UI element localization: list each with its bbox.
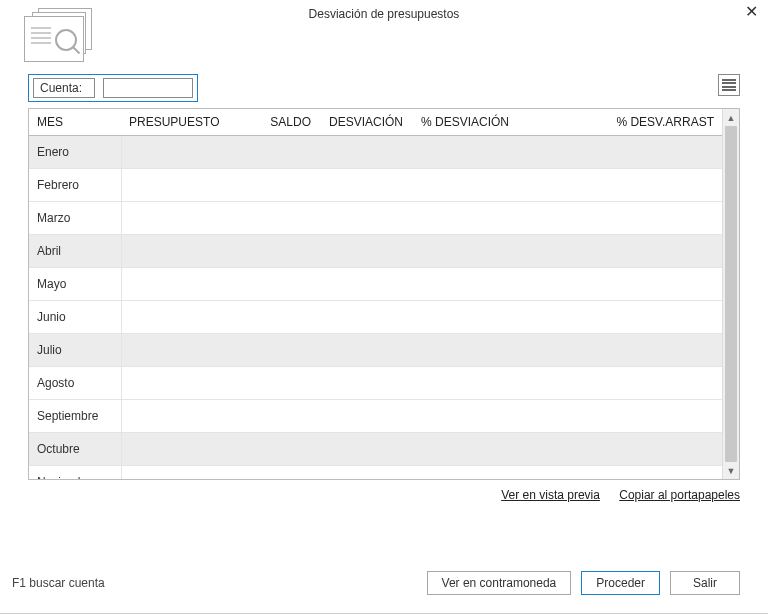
col-header-saldo[interactable]: SALDO (227, 109, 319, 136)
cell-mes: Julio (29, 334, 121, 367)
titlebar: Desviación de presupuestos ✕ (0, 0, 768, 28)
table-row[interactable]: Septiembre (29, 400, 722, 433)
cell-mes: Agosto (29, 367, 121, 400)
toolbar (0, 28, 768, 64)
cell-mes: Abril (29, 235, 121, 268)
table-row[interactable]: Marzo (29, 202, 722, 235)
table-row[interactable]: Mayo (29, 268, 722, 301)
cell-mes: Enero (29, 136, 121, 169)
cell-mes: Marzo (29, 202, 121, 235)
list-view-icon[interactable] (718, 74, 740, 96)
cell-mes: Junio (29, 301, 121, 334)
col-header-mes[interactable]: MES (29, 109, 121, 136)
table-row[interactable]: Enero (29, 136, 722, 169)
preview-link[interactable]: Ver en vista previa (501, 488, 600, 502)
contramoneda-button[interactable]: Ver en contramoneda (427, 571, 572, 595)
filter-row: Cuenta: (0, 64, 768, 108)
table-body: Enero Febrero Marzo Abril Mayo Junio Jul… (29, 136, 722, 480)
col-header-desviacion[interactable]: DESVIACIÓN (319, 109, 411, 136)
vertical-scrollbar[interactable]: ▲ ▼ (722, 109, 739, 479)
cuenta-input[interactable] (103, 78, 193, 98)
col-header-pct-arrast[interactable]: % DESV.ARRAST (517, 109, 722, 136)
links-row: Ver en vista previa Copiar al portapapel… (0, 480, 768, 502)
window: Desviación de presupuestos ✕ Cuenta: (0, 0, 768, 614)
salir-button[interactable]: Salir (670, 571, 740, 595)
cell-mes: Mayo (29, 268, 121, 301)
help-hint: F1 buscar cuenta (12, 576, 105, 590)
scroll-up-icon[interactable]: ▲ (723, 109, 739, 126)
cell-mes: Octubre (29, 433, 121, 466)
data-grid: MES PRESUPUESTO SALDO DESVIACIÓN % DESVI… (28, 108, 740, 480)
table-row[interactable]: Febrero (29, 169, 722, 202)
document-preview-icon[interactable] (18, 8, 98, 58)
footer-buttons: Ver en contramoneda Proceder Salir (427, 571, 740, 595)
footer: F1 buscar cuenta Ver en contramoneda Pro… (0, 571, 768, 595)
col-header-pct-desviacion[interactable]: % DESVIACIÓN (411, 109, 517, 136)
table-row[interactable]: Agosto (29, 367, 722, 400)
cell-mes: Febrero (29, 169, 121, 202)
window-title: Desviación de presupuestos (309, 7, 460, 21)
table-row[interactable]: Julio (29, 334, 722, 367)
table-row[interactable]: Octubre (29, 433, 722, 466)
cell-mes: Noviembre (29, 466, 121, 480)
table-header-row: MES PRESUPUESTO SALDO DESVIACIÓN % DESVI… (29, 109, 722, 136)
scroll-down-icon[interactable]: ▼ (723, 462, 739, 479)
scroll-thumb[interactable] (725, 126, 737, 462)
col-header-presupuesto[interactable]: PRESUPUESTO (121, 109, 227, 136)
table-row[interactable]: Abril (29, 235, 722, 268)
table-row[interactable]: Noviembre (29, 466, 722, 480)
cuenta-filter-group: Cuenta: (28, 74, 198, 102)
clipboard-link[interactable]: Copiar al portapapeles (619, 488, 740, 502)
cell-mes: Septiembre (29, 400, 121, 433)
proceder-button[interactable]: Proceder (581, 571, 660, 595)
close-icon[interactable]: ✕ (745, 4, 758, 20)
table-row[interactable]: Junio (29, 301, 722, 334)
cuenta-label: Cuenta: (33, 78, 95, 98)
